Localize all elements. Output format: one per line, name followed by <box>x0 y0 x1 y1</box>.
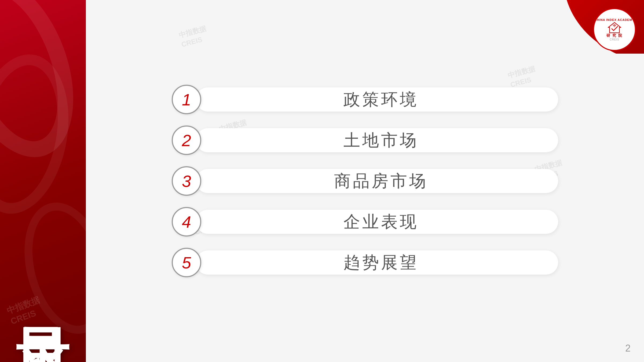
menu-bar-2: 土地市场 <box>196 128 558 152</box>
menu-item-4: 4 企业表现 <box>172 207 558 237</box>
right-panel: CHINA INDEX ACADEMY 中 研 究 院 CREIS 中指数据CR… <box>86 0 644 362</box>
menu-item-2: 2 土地市场 <box>172 125 558 155</box>
menu-label-5: 趋势展望 <box>343 251 419 274</box>
menu-item-1: 1 政策环境 <box>172 85 558 114</box>
menu-number-5: 5 <box>172 248 201 277</box>
logo-text-top: CHINA INDEX ACADEMY <box>595 18 634 21</box>
menu-item-5: 5 趋势展望 <box>172 248 558 277</box>
page-number: 2 <box>625 343 631 354</box>
svg-text:中: 中 <box>613 24 616 27</box>
menu-number-1: 1 <box>172 85 201 114</box>
watermark-1: 中指数据CREIS <box>178 24 210 50</box>
menu-bar-3: 商品房市场 <box>196 169 558 193</box>
menu-item-3: 3 商品房市场 <box>172 166 558 196</box>
logo-icon: 中 <box>608 22 621 33</box>
menu-label-1: 政策环境 <box>343 88 419 111</box>
left-panel: 目录 中指数据CREIS <box>0 0 86 362</box>
menu-number-2: 2 <box>172 125 201 155</box>
menu-number-3: 3 <box>172 166 201 196</box>
menu-number-4: 4 <box>172 207 201 237</box>
menu-label-2: 土地市场 <box>343 129 419 152</box>
menu-bar-1: 政策环境 <box>196 87 558 112</box>
logo-text-cn: CREIS <box>610 38 619 41</box>
menu-container: 1 政策环境 2 土地市场 3 商品房市场 4 企业表现 5 趋势 <box>150 69 580 293</box>
menu-label-4: 企业表现 <box>343 210 419 233</box>
menu-bar-4: 企业表现 <box>196 210 558 234</box>
logo-container: CHINA INDEX ACADEMY 中 研 究 院 CREIS <box>593 8 636 51</box>
logo-text-bottom: 研 究 院 <box>606 33 623 38</box>
logo-circle: CHINA INDEX ACADEMY 中 研 究 院 CREIS <box>593 8 636 51</box>
menu-bar-5: 趋势展望 <box>196 250 558 275</box>
menu-label-3: 商品房市场 <box>334 170 428 192</box>
